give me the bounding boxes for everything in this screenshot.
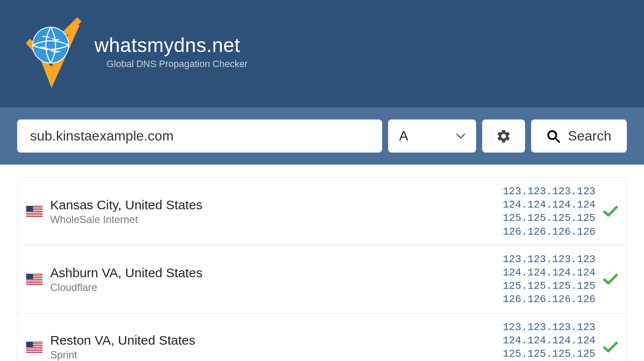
ip-value: 125.125.125.125: [503, 347, 595, 361]
location-block: Reston VA, United States Sprint: [50, 333, 495, 361]
provider-name: Cloudflare: [50, 281, 495, 294]
svg-rect-27: [26, 342, 33, 348]
ip-value: 125.125.125.125: [503, 211, 595, 225]
ip-value: 126.126.126.126: [503, 225, 595, 239]
svg-rect-9: [26, 214, 43, 214]
record-type-value: A: [399, 128, 408, 144]
site-header: whatsmydns.net Global DNS Propagation Ch…: [0, 0, 644, 107]
ip-value: 123.123.123.123: [503, 321, 595, 334]
svg-rect-17: [26, 281, 43, 282]
results-list: Kansas City, United States WholeSale Int…: [17, 177, 627, 361]
search-bar: A Search: [0, 107, 644, 165]
svg-rect-19: [26, 274, 33, 280]
settings-button[interactable]: [482, 119, 525, 153]
provider-name: WholeSale Internet: [50, 214, 495, 226]
svg-rect-8: [26, 212, 43, 213]
result-row[interactable]: Reston VA, United States Sprint 123.123.…: [18, 314, 626, 361]
ip-value: 126.126.126.126: [503, 293, 595, 306]
search-button-label: Search: [568, 128, 611, 144]
flag-us-icon: [26, 274, 43, 285]
location-name: Kansas City, United States: [50, 198, 495, 212]
title-block: whatsmydns.net Global DNS Propagation Ch…: [94, 34, 248, 70]
check-icon: [603, 273, 618, 285]
check-icon: [603, 205, 618, 217]
provider-name: Sprint: [50, 349, 495, 361]
ip-value: 124.124.124.124: [503, 266, 595, 279]
svg-line-3: [555, 138, 559, 142]
ip-list: 123.123.123.123124.124.124.124125.125.12…: [503, 321, 595, 361]
ip-list: 123.123.123.123124.124.124.124125.125.12…: [503, 253, 595, 306]
site-subtitle: Global DNS Propagation Checker: [106, 58, 248, 70]
svg-rect-24: [26, 348, 43, 349]
search-icon: [547, 129, 560, 143]
flag-us-icon: [26, 342, 43, 353]
ip-value: 124.124.124.124: [503, 198, 595, 211]
location-block: Ashburn VA, United States Cloudflare: [50, 266, 495, 294]
result-row[interactable]: Ashburn VA, United States Cloudflare 123…: [18, 246, 626, 314]
ip-value: 123.123.123.123: [503, 253, 595, 266]
ip-list: 123.123.123.123124.124.124.124125.125.12…: [503, 185, 595, 239]
result-row[interactable]: Kansas City, United States WholeSale Int…: [18, 178, 626, 246]
site-title: whatsmydns.net: [94, 34, 248, 57]
chevron-down-icon: [456, 134, 465, 139]
location-block: Kansas City, United States WholeSale Int…: [50, 198, 495, 226]
site-logo-icon: [17, 13, 86, 90]
ip-value: 125.125.125.125: [503, 279, 595, 293]
flag-us-icon: [26, 206, 43, 217]
svg-rect-11: [26, 206, 33, 212]
domain-input[interactable]: [17, 119, 382, 153]
results-container: Kansas City, United States WholeSale Int…: [0, 165, 644, 361]
record-type-select[interactable]: A: [388, 119, 476, 153]
svg-rect-25: [26, 349, 43, 350]
svg-rect-18: [26, 283, 43, 284]
gear-icon: [496, 128, 511, 144]
svg-rect-26: [26, 351, 43, 352]
check-icon: [603, 341, 618, 353]
svg-rect-16: [26, 280, 43, 281]
location-name: Reston VA, United States: [50, 333, 495, 348]
ip-value: 123.123.123.123: [503, 185, 595, 198]
svg-rect-10: [26, 215, 43, 216]
location-name: Ashburn VA, United States: [50, 266, 495, 280]
ip-value: 124.124.124.124: [503, 334, 595, 347]
search-button[interactable]: Search: [531, 119, 627, 153]
